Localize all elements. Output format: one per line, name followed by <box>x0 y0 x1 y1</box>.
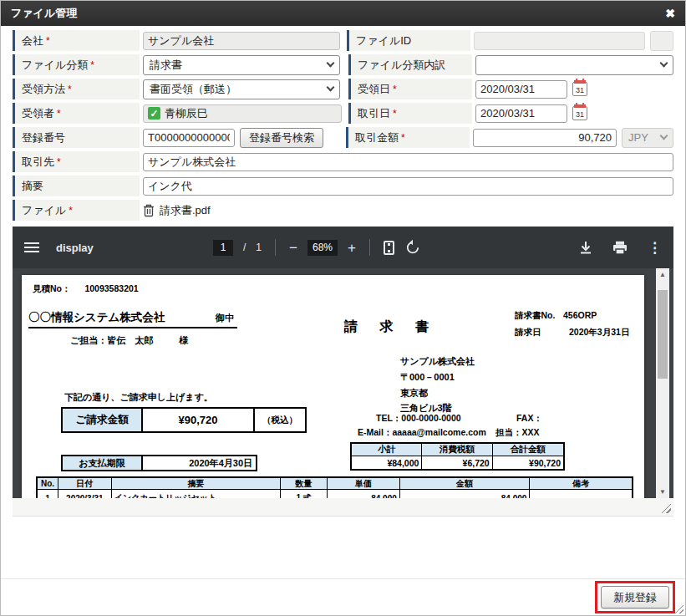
transaction-date-label: 取引日* <box>348 103 472 124</box>
chevron-down-icon <box>327 84 335 92</box>
scroll-up-icon[interactable]: ▲ <box>656 268 669 281</box>
row-company-fileid: 会社* ファイルID <box>13 30 673 51</box>
required-mark: * <box>46 35 50 47</box>
more-vert-icon[interactable]: ⋮ <box>648 239 662 257</box>
file-form: 会社* ファイルID ファイル分類* 請求書 <box>1 26 685 224</box>
file-id-label: ファイルID <box>347 30 470 51</box>
invoice-page: 見積No： 10093583201 〇〇情報システム株式会社 御中 ご担当：皆伝… <box>22 275 644 498</box>
registration-search-button[interactable]: 登録番号検索 <box>240 128 323 148</box>
pdf-scrollbar[interactable]: ▲ ▼ <box>656 268 669 498</box>
due-date-box: お支払期限 2020年4月30日 <box>61 455 257 471</box>
receipt-method-select[interactable]: 書面受領（郵送） <box>143 79 340 99</box>
required-mark: * <box>393 108 397 120</box>
issuer-address1: 東京都 <box>400 387 428 400</box>
calendar-icon[interactable]: 31 <box>572 82 587 96</box>
transaction-date-input[interactable] <box>475 104 567 123</box>
attn-line: ご担当：皆伝 太郎 様 <box>70 334 188 347</box>
fit-page-icon[interactable] <box>384 241 394 255</box>
row-summary: 摘要 <box>13 176 673 196</box>
dialog-resize-grip-icon[interactable] <box>675 605 683 613</box>
tel-line: TEL：000-0000-0000 <box>376 413 461 425</box>
invoice-date-value: 2020年3月31日 <box>569 327 629 339</box>
file-category-select[interactable]: 請求書 <box>143 55 340 75</box>
trash-icon[interactable] <box>143 204 155 217</box>
rotate-icon[interactable] <box>404 239 421 256</box>
zoom-in-icon[interactable]: + <box>348 241 356 255</box>
close-icon[interactable]: ✖ <box>665 7 675 20</box>
row-category: ファイル分類* 請求書 ファイル分類内訳 <box>13 54 673 75</box>
fax-label: FAX： <box>516 413 542 425</box>
register-button[interactable]: 新規登録 <box>601 586 669 608</box>
quote-no-line: 見積No： 10093583201 <box>33 283 139 295</box>
registration-number-label: 登録番号 <box>13 127 140 148</box>
menu-icon[interactable] <box>24 240 39 255</box>
currency-select: JPY <box>622 128 673 148</box>
row-file: ファイル* 請求書.pdf <box>13 200 673 221</box>
summary-input[interactable] <box>143 177 673 196</box>
invoice-date-label: 請求日 <box>515 327 541 339</box>
scrollbar-thumb[interactable] <box>658 290 668 379</box>
client-input[interactable] <box>143 153 673 171</box>
dialog-footer: 新規登録 <box>1 578 685 615</box>
billed-amount-label: ご請求金額 <box>63 409 143 431</box>
zoom-level[interactable]: 68% <box>307 240 338 256</box>
receipt-date-label: 受領日* <box>348 79 472 99</box>
client-label: 取引先* <box>13 151 140 172</box>
customer-company: 〇〇情報システム株式会社 <box>28 310 165 325</box>
file-id-button <box>650 31 673 51</box>
zoom-out-icon[interactable]: − <box>289 241 297 255</box>
summary-label: 摘要 <box>13 176 140 196</box>
pdf-toolbar-right: ⋮ <box>579 239 662 257</box>
customer-line: 〇〇情報システム株式会社 御中 <box>28 310 237 328</box>
line-items-table: No. 日付 摘要 数量 単価 金額 備考 1 2020/3/31 インクカート… <box>36 476 633 498</box>
required-mark: * <box>69 205 73 216</box>
row-client: 取引先* <box>13 151 673 172</box>
tax-included-note: （税込） <box>255 409 305 431</box>
quote-no-value: 10093583201 <box>84 283 138 293</box>
billed-amount-box: ご請求金額 ¥90,720 （税込） <box>61 407 307 433</box>
scroll-down-icon[interactable]: ▼ <box>656 486 669 498</box>
tax-value: ¥6,720 <box>422 456 492 469</box>
company-input[interactable] <box>143 32 340 50</box>
required-mark: * <box>68 84 72 95</box>
pdf-toolbar-center: 1 / 1 − 68% + <box>213 227 421 268</box>
line-item-row: 1 2020/3/31 インクカートリッジセット 1 式 84,000 84,0… <box>38 490 632 498</box>
receipt-date-input[interactable] <box>475 80 567 99</box>
pdf-toolbar: display 1 / 1 − 68% + <box>13 227 673 268</box>
issuer-name: サンプル株式会社 <box>400 355 475 368</box>
required-mark: * <box>401 132 405 144</box>
tax-header: 消費税額 <box>422 444 492 456</box>
file-id-input <box>474 32 645 50</box>
transaction-amount-input[interactable] <box>473 129 617 147</box>
receipt-method-label: 受領方法* <box>13 79 140 99</box>
dialog-titlebar: ファイル管理 ✖ <box>1 1 685 26</box>
chevron-down-icon <box>660 132 668 140</box>
registration-number-input[interactable] <box>143 129 235 147</box>
file-name[interactable]: 請求書.pdf <box>160 203 211 218</box>
subtotal-header: 小計 <box>352 444 422 456</box>
row-receipt: 受領方法* 書面受領（郵送） 受領日* 31 <box>13 79 673 99</box>
total-value: ¥90,720 <box>493 456 563 469</box>
billed-amount-value: ¥90,720 <box>143 409 255 431</box>
required-mark: * <box>57 108 61 120</box>
total-header: 合計金額 <box>493 444 563 456</box>
resize-grip-icon[interactable] <box>662 504 671 513</box>
calendar-icon[interactable]: 31 <box>572 106 587 120</box>
print-icon[interactable] <box>612 241 628 255</box>
invoice-no-value: 456ORP <box>563 310 597 320</box>
file-category-detail-select[interactable] <box>475 55 673 75</box>
honorific: 御中 <box>216 312 234 324</box>
download-icon[interactable] <box>579 241 592 255</box>
toolbar-divider <box>369 239 370 256</box>
invoice-no-label: 請求書No. <box>515 310 555 322</box>
checkbox-checked-icon[interactable]: ✓ <box>148 107 160 120</box>
transaction-amount-label: 取引金額* <box>346 127 470 148</box>
file-category-label: ファイル分類* <box>13 54 140 75</box>
spacer <box>1 517 685 578</box>
chevron-down-icon <box>660 59 668 68</box>
calendar-icon-top <box>574 104 586 108</box>
required-mark: * <box>57 156 61 168</box>
highlight-annotation: 新規登録 <box>595 581 675 613</box>
page-number-input[interactable]: 1 <box>213 240 233 256</box>
email-line: E-Mail：aaaaa@mailcome.com <box>358 427 486 439</box>
